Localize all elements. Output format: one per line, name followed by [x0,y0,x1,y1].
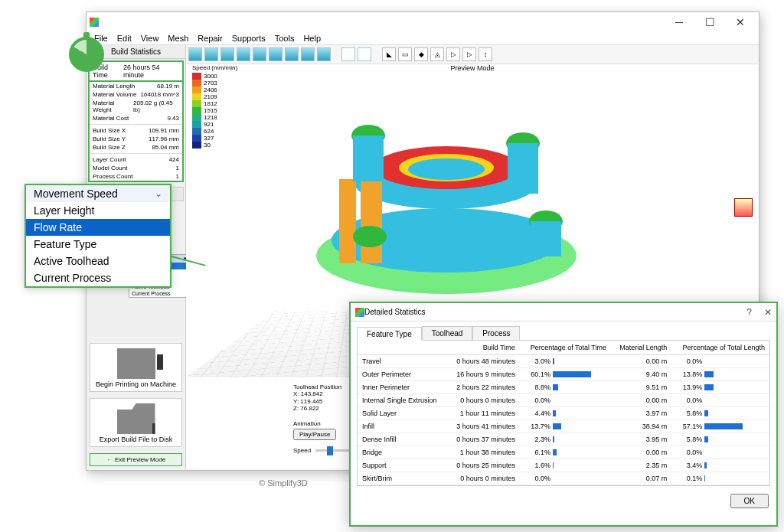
view-cube-button[interactable] [253,47,266,61]
table-row: Inner Perimeter2 hours 22 minutes8.8%9.5… [358,381,769,394]
chevron-down-icon: ⌄ [155,188,162,199]
table-row: Dense Infill0 hours 37 minutes2.3%3.95 m… [358,433,769,446]
legend-row: 2109 [192,93,237,100]
table-row: Travel0 hours 48 minutes3.0%0.00 m0.0% [358,355,769,368]
view-mode-button[interactable] [358,47,371,61]
svg-rect-13 [531,221,561,256]
ok-button[interactable]: OK [730,494,769,508]
view-cube-button[interactable] [204,47,218,61]
export-build-button[interactable]: SD Export Build File to Disk [90,398,182,447]
close-button[interactable]: ✕ [725,16,756,28]
dd-zoom-item[interactable]: Feature Type [26,236,170,253]
table-row: Outer Perimeter16 hours 9 minutes60.1%9.… [358,368,769,381]
toolhead-z: Z: 76.822 [293,405,341,413]
detail-titlebar: Detailed Statistics ? ✕ [351,303,776,321]
legend-row: 1812 [192,100,237,107]
detail-table: Build TimePercentage of Total TimeMateri… [357,340,770,486]
view-cube-button[interactable] [317,47,331,61]
copyright: © Simplify3D [259,478,308,488]
tab-feature-type[interactable]: Feature Type [357,327,422,341]
dd-zoom-item[interactable]: Movement Speed⌄ [26,185,170,202]
svg-point-5 [408,158,485,180]
menu-supports[interactable]: Supports [232,34,266,43]
dd-zoom-item[interactable]: Current Process [26,269,170,286]
tool-button[interactable]: ◬ [430,47,444,61]
stopwatch-icon [69,37,104,72]
col-header: Material Length [611,341,671,355]
tool-button[interactable]: ↕ [479,47,492,61]
dd-zoom-item[interactable]: Layer Height [26,202,170,219]
toolhead-y: Y: 119.445 [293,398,341,406]
tool-button[interactable]: ◣ [382,47,396,61]
view-mode-button[interactable] [341,47,355,61]
legend-row: 624 [192,128,237,135]
col-header: Build Time [447,341,520,355]
usb-icon [157,354,163,370]
view-cube-button[interactable] [188,47,202,61]
exit-preview-label: Exit Preview Mode [115,456,165,463]
speed-legend: Speed (mm/min) 3000270324062109181215151… [192,64,237,149]
view-cube-button[interactable] [237,47,250,61]
minimize-button[interactable]: ─ [664,16,694,28]
menu-help[interactable]: Help [303,34,321,43]
sd-icon: SD [152,423,166,434]
view-cube-button[interactable] [301,47,315,61]
toolhead-position: Toolhead Position X: 143.842 Y: 119.445 … [293,383,341,413]
col-header: Percentage of Total Length [671,341,769,355]
table-row: Infill3 hours 41 minutes13.7%38.94 m57.1… [358,420,769,433]
stat-row: Material Length68.19 m [90,82,182,90]
download-arrow-icon [132,397,141,405]
detail-tabs: Feature Type Toolhead Process [351,321,776,340]
table-row: Support0 hours 25 minutes1.6%2.35 m3.4% [358,459,769,472]
legend-row: 1218 [192,114,237,121]
help-button[interactable]: ? [746,307,752,318]
export-build-label: Export Build File to Disk [93,436,178,443]
menu-tools[interactable]: Tools [275,34,295,43]
toolhead-title: Toolhead Position [293,383,341,391]
app-icon [90,18,99,27]
svg-point-14 [353,226,387,247]
menu-view[interactable]: View [141,34,159,43]
svg-rect-6 [361,179,382,263]
animation-controls: Animation Play/Pause [293,420,336,440]
view-cube-button[interactable] [269,47,283,61]
dd-zoom-item[interactable]: Active Toolhead [26,253,170,269]
stat-row: Process Count1 [90,172,182,181]
orientation-cube[interactable] [734,198,753,217]
close-button[interactable]: ✕ [764,307,772,318]
legend-row: 3000 [192,73,237,80]
tool-button[interactable]: ▭ [398,47,412,61]
build-time-value: 26 hours 54 minute [123,64,179,79]
legend-row: 921 [192,121,237,128]
stat-row: Layer Count424 [90,155,182,164]
table-row: Skirt/Brim0 hours 0 minutes0.0%0.07 m0.1… [358,472,769,485]
svg-rect-7 [339,179,356,263]
view-cube-button[interactable] [285,47,299,61]
speed-legend-title: Speed (mm/min) [192,64,237,71]
dd-zoom-item[interactable]: Flow Rate [26,219,170,236]
exit-preview-button[interactable]: Exit Preview Mode [90,453,182,466]
tool-button[interactable]: ▷ [462,47,476,61]
maximize-button[interactable]: ☐ [694,16,725,28]
view-cube-button[interactable] [220,47,234,61]
tab-toolhead[interactable]: Toolhead [422,326,473,340]
app-icon [355,308,364,317]
menu-edit[interactable]: Edit [117,34,132,43]
col-header: Percentage of Total Time [520,341,611,355]
svg-rect-9 [353,135,384,181]
menu-mesh[interactable]: Mesh [168,34,188,43]
tool-button[interactable]: ▷ [446,47,460,61]
play-pause-button[interactable]: Play/Pause [293,429,336,440]
legend-row: 1515 [192,107,237,114]
stat-row: Material Volume164018 mm^3 [90,90,182,99]
dd-opt[interactable]: Current Process [129,290,189,297]
tool-button[interactable]: ◆ [414,47,428,61]
begin-printing-button[interactable]: Begin Printing on Machine [90,343,182,392]
table-row: Internal Single Extrusion0 hours 0 minut… [358,394,769,407]
tab-process[interactable]: Process [472,326,520,340]
titlebar: ─ ☐ ✕ [87,12,759,32]
detailed-statistics-window: Detailed Statistics ? ✕ Feature Type Too… [349,302,778,527]
color-mode-dropdown-zoom: Movement Speed⌄ Layer Height Flow Rate F… [24,184,172,288]
stat-row: Build Size X109.91 mm [90,126,182,135]
menu-repair[interactable]: Repair [198,34,222,43]
